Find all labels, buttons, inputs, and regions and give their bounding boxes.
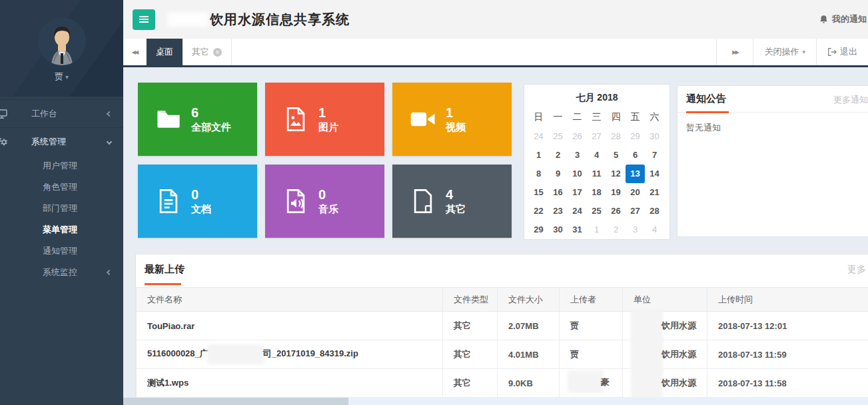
sidebar-submenu-item[interactable]: 系统监控 [0,262,123,283]
sidebar-submenu-label: 部门管理 [43,203,77,213]
calendar-day-cell[interactable]: 20 [626,183,645,202]
chevron-down-icon: ▾ [802,49,805,55]
calendar-day-cell[interactable]: 15 [529,183,548,202]
calendar-day-cell[interactable]: 27 [587,127,606,146]
document-icon [156,189,181,214]
table-cell-type: 其它 [443,312,498,340]
calendar-day-cell[interactable]: 19 [606,183,626,202]
main-area: 饮用水源信息共享系统 我的通知 ◀◀ 桌面 其它 × ▶▶ 关闭操作 [123,0,868,405]
calendar-day-cell[interactable]: 10 [568,165,587,183]
calendar-day-selected[interactable]: 13 [626,165,645,183]
card-label: 音乐 [318,203,338,216]
table-row[interactable]: TouPiao.rar其它2.07MB贾饮用水源2018-07-13 12:01 [137,312,868,340]
table-row[interactable]: 5116000028_广司_20171019_84319.zip其它4.01MB… [137,340,868,369]
calendar-day-cell[interactable]: 14 [645,165,664,183]
calendar-day-cell[interactable]: 3 [626,220,645,239]
sidebar-item-workbench[interactable]: 工作台 [0,99,123,127]
sidebar-submenu-item[interactable]: 角色管理 [0,177,123,198]
stat-card-other[interactable]: 4 其它 [392,165,512,238]
notice-panel: 通知公告 更多通知 暂无通知 [677,85,868,237]
calendar-day-cell[interactable]: 25 [587,202,606,220]
calendar-day-cell[interactable]: 7 [645,146,664,165]
username[interactable]: 贾▾ [0,71,123,83]
tabs-scroll-right-button[interactable]: ▶▶ [716,39,753,65]
calendar-day-cell[interactable]: 26 [568,127,587,146]
calendar-day-cell[interactable]: 28 [606,127,626,146]
calendar-day-cell[interactable]: 29 [626,127,645,146]
sidebar-nav: 工作台 系统管理 用户管理角色管理部门管理菜单管理通知管理系统监控 [0,99,123,283]
calendar-day-cell[interactable]: 1 [587,220,606,239]
calendar-day-cell[interactable]: 31 [568,220,587,239]
sidebar-submenu-item[interactable]: 通知管理 [0,240,123,262]
calendar-day-cell[interactable]: 24 [568,202,587,220]
table-cell-unit: 饮用水源 [623,312,707,340]
calendar-day-cell[interactable]: 4 [645,220,664,239]
calendar-day-cell[interactable]: 2 [606,220,626,239]
stat-card-videos[interactable]: 1 视频 [392,83,512,156]
more-uploads-link[interactable]: 更多 [847,264,866,276]
card-count: 1 [318,105,338,121]
redacted-blur [634,369,660,398]
card-count: 0 [318,187,338,203]
table-cell-type: 其它 [443,369,498,398]
redacted-blur [634,312,660,341]
calendar-day-cell[interactable]: 21 [645,183,664,202]
tabs-scroll-left-button[interactable]: ◀◀ [123,39,147,65]
table-cell-uploader: 豪 [560,369,623,398]
file-icon [410,189,436,214]
calendar-day-cell[interactable]: 16 [548,183,568,202]
calendar-day-cell[interactable]: 5 [606,146,626,165]
calendar-day-cell[interactable]: 24 [529,127,548,146]
calendar-day-cell[interactable]: 6 [626,146,645,165]
calendar-day-cell[interactable]: 4 [587,146,606,165]
calendar-day-cell[interactable]: 18 [587,183,606,202]
sidebar-toggle-button[interactable] [133,9,155,30]
calendar-day-cell[interactable]: 1 [529,146,548,165]
calendar-day-cell[interactable]: 30 [645,127,664,146]
calendar-day-cell[interactable]: 2 [548,146,568,165]
table-cell-unit: 饮用水源 [623,369,707,398]
calendar-day-cell[interactable]: 22 [529,202,548,220]
sidebar-submenu-item[interactable]: 部门管理 [0,198,123,219]
stat-card-documents[interactable]: 0 文档 [138,165,257,238]
sidebar-submenu-label: 用户管理 [43,161,77,171]
calendar-day-cell[interactable]: 25 [548,127,568,146]
stat-card-music[interactable]: 0 音乐 [265,165,384,238]
avatar[interactable] [38,17,86,65]
logout-button[interactable]: 退出 [816,39,868,65]
tab-other[interactable]: 其它 × [183,39,232,65]
calendar-day-cell[interactable]: 30 [548,220,568,239]
accent-underline [145,283,181,285]
horizontal-scrollbar[interactable] [123,398,868,405]
tab-desktop[interactable]: 桌面 [147,39,183,65]
cell-text: 饮用水源 [661,320,696,330]
cell-text: 贾 [570,349,579,359]
calendar-day-cell[interactable]: 12 [606,165,626,183]
sidebar-submenu-item[interactable]: 用户管理 [0,155,123,177]
sidebar-submenu-item[interactable]: 菜单管理 [0,219,123,240]
calendar-day-cell[interactable]: 17 [568,183,587,202]
calendar-day-cell[interactable]: 8 [529,165,548,183]
close-operations-dropdown[interactable]: 关闭操作 ▾ [753,39,816,65]
more-notices-link[interactable]: 更多通知 [833,94,868,106]
calendar-day-cell[interactable]: 28 [645,202,664,220]
calendar-day-cell[interactable]: 26 [606,202,626,220]
hamburger-icon [139,19,149,20]
calendar-day-cell[interactable]: 9 [548,165,568,183]
calendar-day-cell[interactable]: 11 [587,165,606,183]
table-row[interactable]: 测试1.wps其它9.0KB豪饮用水源2018-07-13 11:58 [137,369,868,398]
stat-card-all-files[interactable]: 6 全部文件 [138,83,257,156]
my-notifications-button[interactable]: 我的通知 [819,0,867,39]
calendar-day-cell[interactable]: 3 [568,146,587,165]
sidebar-item-system[interactable]: 系统管理 [0,127,123,155]
calendar-weekday: 日 [529,107,548,127]
card-label: 视频 [446,121,466,134]
stat-card-images[interactable]: 1 图片 [265,83,384,156]
calendar-day-cell[interactable]: 27 [626,202,645,220]
calendar-day-cell[interactable]: 23 [548,202,568,220]
calendar-day-cell[interactable]: 29 [529,220,548,239]
audio-file-icon [283,189,308,214]
calendar-grid: 2425262728293012345678910111213141516171… [529,127,665,239]
close-icon[interactable]: × [213,48,222,57]
scrollbar-thumb[interactable] [123,398,348,405]
